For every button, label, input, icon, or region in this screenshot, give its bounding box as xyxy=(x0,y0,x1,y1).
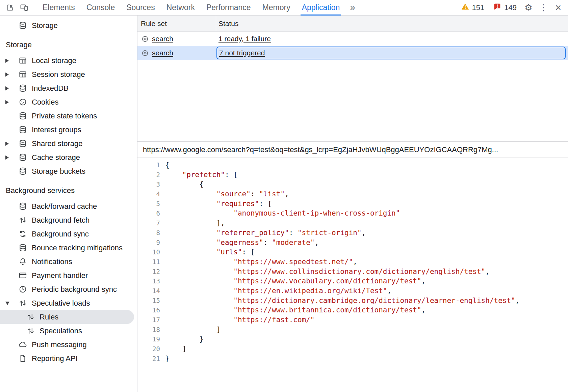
settings-button[interactable]: ⚙ xyxy=(521,0,536,15)
database-icon xyxy=(18,84,27,93)
status-cell: 1 ready, 1 failure xyxy=(216,32,568,46)
json-punct-token xyxy=(165,229,216,237)
code-text: "referrer_policy": "strict-origin", xyxy=(160,228,366,238)
json-punct-token xyxy=(165,306,233,314)
sidebar-item-cookies[interactable]: Cookies xyxy=(0,95,137,109)
code-line: 13 "https://www.vocabulary.com/dictionar… xyxy=(137,276,568,286)
bell-icon xyxy=(18,257,27,266)
code-line: 20 ] xyxy=(137,344,568,354)
devtools-window: ElementsConsoleSourcesNetworkPerformance… xyxy=(0,0,568,392)
code-line: 15 "https://dictionary.cambridge.org/dic… xyxy=(137,296,568,306)
device-toolbar-button[interactable] xyxy=(17,0,31,15)
warning-icon xyxy=(461,2,469,13)
json-key-token: "urls" xyxy=(216,248,242,256)
rule-set-link[interactable]: search xyxy=(152,49,173,57)
status-link[interactable]: 1 ready, 1 failure xyxy=(218,35,271,43)
sidebar-item-reporting-api[interactable]: Reporting API xyxy=(0,352,137,365)
json-string-token: "https://www.britannica.com/dictionary/t… xyxy=(233,306,421,314)
sidebar-item-payment-handler[interactable]: Payment handler xyxy=(0,269,137,282)
application-sidebar: StorageStorageLocal storageSession stora… xyxy=(0,16,137,392)
json-string-token: "https://fast.com/" xyxy=(233,316,314,324)
column-header-rule-set: Rule set xyxy=(137,20,216,28)
expander-collapsed-icon[interactable] xyxy=(5,156,14,160)
expander-collapsed-icon[interactable] xyxy=(5,59,14,63)
sidebar-item-label: Rules xyxy=(40,313,58,321)
sidebar-item-background-fetch[interactable]: Background fetch xyxy=(0,213,137,227)
warning-count: 151 xyxy=(472,3,485,12)
sidebar-item-label: Cookies xyxy=(32,98,58,107)
rule-set-link[interactable]: search xyxy=(152,35,173,43)
json-string-token: "https://www.vocabulary.com/dictionary/t… xyxy=(233,277,421,285)
sidebar-item-notifications[interactable]: Notifications xyxy=(0,255,137,269)
expander-collapsed-icon[interactable] xyxy=(5,142,14,146)
status-link[interactable]: 7 not triggered xyxy=(219,49,265,57)
sidebar-item-private-state-tokens[interactable]: Private state tokens xyxy=(0,109,137,123)
expander-collapsed-icon[interactable] xyxy=(5,73,14,77)
inspect-element-button[interactable] xyxy=(3,0,17,15)
json-punct-token xyxy=(165,268,233,276)
updown-arrows-icon xyxy=(26,312,35,321)
json-punct-token: } xyxy=(165,355,170,363)
sidebar-item-local-storage[interactable]: Local storage xyxy=(0,54,137,67)
code-line: 19 } xyxy=(137,334,568,344)
column-header-status: Status xyxy=(216,20,239,28)
sidebar-item-speculations[interactable]: Speculations xyxy=(0,324,137,338)
code-text: "https://fast.com/" xyxy=(160,315,315,325)
database-icon xyxy=(18,153,27,162)
more-tabs-button[interactable]: » xyxy=(345,0,360,15)
sidebar-item-interest-groups[interactable]: Interest groups xyxy=(0,123,137,137)
sidebar-item-back-forward-cache[interactable]: Back/forward cache xyxy=(0,199,137,213)
code-line: 18 ] xyxy=(137,325,568,335)
sidebar-item-push-messaging[interactable]: Push messaging xyxy=(0,338,137,352)
line-number: 16 xyxy=(137,305,160,315)
tab-application[interactable]: Application xyxy=(296,0,346,16)
line-number: 12 xyxy=(137,267,160,277)
code-line: 16 "https://www.britannica.com/dictionar… xyxy=(137,305,568,315)
errors-counter[interactable]: 149 xyxy=(489,2,521,13)
sidebar-section-storage: Storage xyxy=(0,32,137,54)
sidebar-item-bounce-tracking-mitigations[interactable]: Bounce tracking mitigations xyxy=(0,241,137,255)
sidebar-item-label: Push messaging xyxy=(32,340,87,349)
tab-sources[interactable]: Sources xyxy=(121,0,160,16)
sidebar-item-indexeddb[interactable]: IndexedDB xyxy=(0,81,137,95)
tab-network[interactable]: Network xyxy=(161,0,201,16)
sidebar-item-session-storage[interactable]: Session storage xyxy=(0,67,137,81)
close-devtools-button[interactable]: × xyxy=(551,0,565,15)
expander-collapsed-icon[interactable] xyxy=(5,100,14,104)
line-number: 1 xyxy=(137,160,160,170)
code-text: "anonymous-client-ip-when-cross-origin" xyxy=(160,208,400,218)
error-icon xyxy=(493,2,501,13)
rule-set-row[interactable]: search7 not triggered xyxy=(137,46,568,60)
code-text: "https://www.britannica.com/dictionary/t… xyxy=(160,305,425,315)
sidebar-item-storage-buckets[interactable]: Storage buckets xyxy=(0,164,137,178)
warnings-counter[interactable]: 151 xyxy=(457,2,489,13)
sidebar-item-shared-storage[interactable]: Shared storage xyxy=(0,137,137,150)
json-string-token: "https://en.wikipedia.org/wiki/Test" xyxy=(233,287,387,295)
source-url-bar[interactable]: https://www.google.com/search?q=test&oq=… xyxy=(137,142,568,158)
json-string-token: "https://www.collinsdictionary.com/dicti… xyxy=(233,268,485,276)
tab-elements[interactable]: Elements xyxy=(37,0,81,16)
code-line: 3 { xyxy=(137,179,568,189)
rule-set-row[interactable]: search1 ready, 1 failure xyxy=(137,32,568,46)
sidebar-item-background-sync[interactable]: Background sync xyxy=(0,227,137,241)
rule-set-source-viewer[interactable]: 1{2 "prefetch": [3 {4 "source": "list",5… xyxy=(137,158,568,392)
code-text: } xyxy=(160,334,204,344)
sidebar-item-periodic-background-sync[interactable]: Periodic background sync xyxy=(0,282,137,296)
sidebar-item-storage[interactable]: Storage xyxy=(0,19,137,32)
code-text: "source": "list", xyxy=(160,189,289,199)
line-number: 19 xyxy=(137,334,160,344)
expander-collapsed-icon[interactable] xyxy=(5,86,14,90)
expander-expanded-icon[interactable] xyxy=(5,302,14,305)
tab-performance[interactable]: Performance xyxy=(201,0,257,16)
payment-card-icon xyxy=(18,271,27,280)
sidebar-item-cache-storage[interactable]: Cache storage xyxy=(0,150,137,164)
sidebar-item-label: Session storage xyxy=(32,70,85,79)
tab-memory[interactable]: Memory xyxy=(257,0,296,16)
code-text: ] xyxy=(160,344,186,354)
sidebar-item-speculative-loads[interactable]: Speculative loads xyxy=(0,296,137,310)
sidebar-item-rules[interactable]: Rules xyxy=(0,310,134,324)
more-options-button[interactable]: ⋮ xyxy=(536,0,550,15)
json-punct-token xyxy=(165,297,233,305)
database-icon xyxy=(18,202,27,211)
tab-console[interactable]: Console xyxy=(81,0,121,16)
